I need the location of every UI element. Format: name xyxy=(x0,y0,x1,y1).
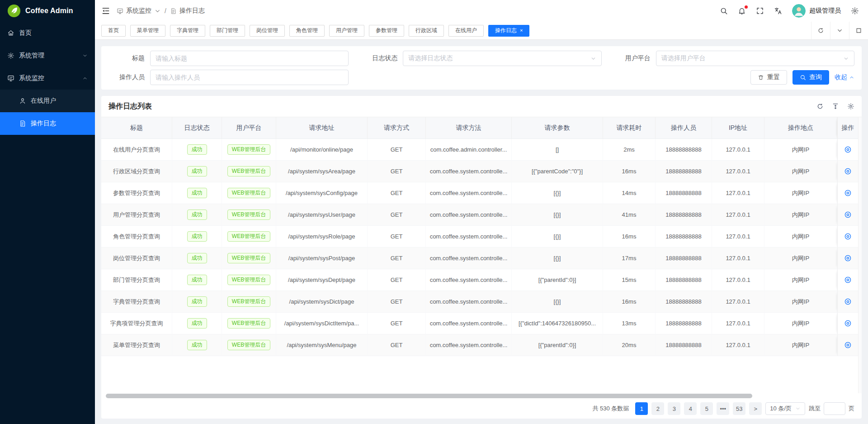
tab-label: 菜单管理 xyxy=(137,27,159,34)
location-cell: 内网IP xyxy=(764,248,837,269)
tab-岗位管理[interactable]: 岗位管理 xyxy=(250,25,285,37)
tab-操作日志[interactable]: 操作日志× xyxy=(488,25,529,37)
brand: Coffee Admin xyxy=(0,0,95,22)
tab-label: 岗位管理 xyxy=(256,27,278,34)
view-detail-icon[interactable] xyxy=(844,276,852,284)
refresh-icon xyxy=(817,27,824,34)
tab-options-button[interactable] xyxy=(830,22,849,39)
method-cell: GET xyxy=(368,269,426,291)
row-density-icon[interactable] xyxy=(832,103,839,110)
tab-用户管理[interactable]: 用户管理 xyxy=(329,25,364,37)
view-detail-icon[interactable] xyxy=(844,189,852,197)
sidebar: Coffee Admin 首页系统管理系统监控在线用户操作日志 xyxy=(0,0,95,424)
action-cell xyxy=(837,334,858,356)
user-menu[interactable]: 超级管理员 xyxy=(792,4,841,18)
action-cell xyxy=(837,269,858,291)
tab-字典管理[interactable]: 字典管理 xyxy=(170,25,205,37)
params-cell: [{"parentId":0}] xyxy=(512,334,603,356)
view-detail-icon[interactable] xyxy=(844,146,852,153)
log-status-select[interactable]: 请选择日志状态 xyxy=(403,51,601,66)
view-detail-icon[interactable] xyxy=(844,341,852,349)
translate-icon[interactable] xyxy=(774,7,782,15)
tab-tools xyxy=(811,22,868,39)
method-cell: GET xyxy=(368,226,426,248)
tab-首页[interactable]: 首页 xyxy=(101,25,126,37)
column-settings-icon[interactable] xyxy=(847,103,854,110)
view-detail-icon[interactable] xyxy=(844,211,852,219)
page-button[interactable]: 1 xyxy=(635,402,648,415)
breadcrumb-item[interactable]: 操作日志 xyxy=(170,7,205,15)
func-cell: com.coffee.system.controlle... xyxy=(426,291,512,313)
search-icon[interactable] xyxy=(720,7,728,15)
page-size-select[interactable]: 10 条/页 xyxy=(765,402,805,415)
sidebar-item-system-monitor[interactable]: 系统监控 xyxy=(0,67,95,90)
maximize-content-button[interactable] xyxy=(849,22,868,39)
view-detail-icon[interactable] xyxy=(844,233,852,240)
tab-行政区域[interactable]: 行政区域 xyxy=(409,25,444,37)
page-button[interactable]: 53 xyxy=(733,402,745,415)
platform-cell: WEB管理后台 xyxy=(222,291,276,313)
collapse-filter-link[interactable]: 收起 xyxy=(835,73,854,81)
operator-input[interactable] xyxy=(150,70,349,85)
action-cell xyxy=(837,139,858,161)
view-detail-icon[interactable] xyxy=(844,298,852,305)
jump-page-input[interactable] xyxy=(824,402,845,415)
column-header: 用户平台 xyxy=(222,117,276,139)
tab-在线用户[interactable]: 在线用户 xyxy=(448,25,484,37)
time-cell: 41ms xyxy=(603,204,656,226)
page-button[interactable]: 2 xyxy=(651,402,664,415)
next-page-button[interactable]: > xyxy=(749,402,762,415)
bell-icon[interactable] xyxy=(738,7,746,15)
method-cell: GET xyxy=(368,248,426,269)
view-detail-icon[interactable] xyxy=(844,167,852,175)
horizontal-scrollbar-thumb[interactable] xyxy=(106,394,752,398)
status-cell: 成功 xyxy=(172,269,222,291)
title-input[interactable] xyxy=(150,51,349,66)
tab-参数管理[interactable]: 参数管理 xyxy=(369,25,404,37)
page-button[interactable]: 3 xyxy=(668,402,680,415)
tab-label: 行政区域 xyxy=(415,27,437,34)
user-platform-select[interactable]: 请选择用户平台 xyxy=(656,51,854,66)
close-icon[interactable]: × xyxy=(520,28,523,33)
username: 超级管理员 xyxy=(809,7,841,15)
refresh-table-icon[interactable] xyxy=(816,103,824,110)
operator-cell: 18888888888 xyxy=(656,313,712,334)
pagination-ellipsis[interactable]: ••• xyxy=(717,402,729,415)
view-detail-icon[interactable] xyxy=(844,254,852,262)
user-platform-placeholder: 请选择用户平台 xyxy=(661,54,706,62)
jump-unit: 页 xyxy=(849,405,854,413)
page-button[interactable]: 5 xyxy=(700,402,713,415)
sidebar-item-online-users[interactable]: 在线用户 xyxy=(0,90,95,112)
tab-部门管理[interactable]: 部门管理 xyxy=(210,25,245,37)
breadcrumb-item[interactable]: 系统监控 xyxy=(117,7,161,15)
sidebar-item-operation-log[interactable]: 操作日志 xyxy=(0,112,95,135)
refresh-tab-button[interactable] xyxy=(811,22,830,39)
platform-badge: WEB管理后台 xyxy=(227,210,270,219)
status-cell: 成功 xyxy=(172,313,222,334)
sidebar-item-home[interactable]: 首页 xyxy=(0,22,95,44)
tab-菜单管理[interactable]: 菜单管理 xyxy=(130,25,165,37)
vertical-scrollbar[interactable] xyxy=(858,117,862,393)
title-cell: 行政区域分页查询 xyxy=(101,161,172,182)
platform-badge: WEB管理后台 xyxy=(227,166,270,176)
reset-button[interactable]: 重置 xyxy=(750,70,787,85)
card-header: 操作日志列表 xyxy=(101,96,862,117)
view-detail-icon[interactable] xyxy=(844,319,852,327)
operator-cell: 18888888888 xyxy=(656,204,712,226)
ip-cell: 127.0.0.1 xyxy=(712,161,764,182)
page-button[interactable]: 4 xyxy=(684,402,697,415)
sidebar-item-system-management[interactable]: 系统管理 xyxy=(0,44,95,67)
status-cell: 成功 xyxy=(172,161,222,182)
settings-gear-icon[interactable] xyxy=(851,7,859,15)
tab-角色管理[interactable]: 角色管理 xyxy=(289,25,325,37)
column-header: 请求方式 xyxy=(368,117,426,139)
status-cell: 成功 xyxy=(172,248,222,269)
sidebar-item-label: 系统管理 xyxy=(19,52,44,60)
location-cell: 内网IP xyxy=(764,269,837,291)
fullscreen-icon[interactable] xyxy=(756,7,764,15)
search-button[interactable]: 查询 xyxy=(793,70,829,85)
user-icon xyxy=(19,97,26,105)
collapse-sidebar-icon[interactable] xyxy=(101,6,110,15)
table-row: 字典管理分页查询成功WEB管理后台/api/system/sysDict/pag… xyxy=(101,291,858,313)
platform-badge: WEB管理后台 xyxy=(227,275,270,285)
